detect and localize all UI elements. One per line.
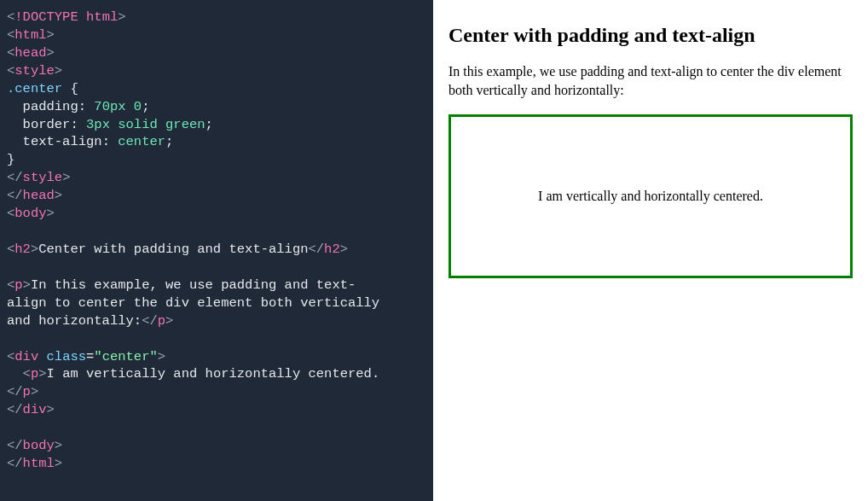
preview-heading: Center with padding and text-align: [448, 24, 853, 47]
preview-pane: Center with padding and text-align In th…: [433, 0, 868, 501]
preview-box-text: I am vertically and horizontally centere…: [451, 189, 850, 204]
code-tag-style-open: style: [14, 63, 55, 79]
preview-intro-text: In this example, we use padding and text…: [448, 62, 853, 99]
code-p2-text: I am vertically and horizontally centere…: [47, 366, 380, 382]
code-h2-text: Center with padding and text-align: [38, 242, 308, 257]
code-prop-border: border: [23, 117, 71, 132]
preview-center-box: I am vertically and horizontally centere…: [448, 114, 853, 278]
code-prop-padding: padding: [23, 99, 78, 114]
code-tag-html-open: html: [14, 27, 46, 43]
code-selector: .center: [7, 81, 62, 96]
code-tag-head-open: head: [14, 45, 46, 61]
code-prop-text-align: text-align: [23, 134, 102, 149]
code-editor-pane[interactable]: <!DOCTYPE html> <html> <head> <style> .c…: [0, 0, 433, 501]
code-doctype: !DOCTYPE html: [14, 9, 118, 25]
